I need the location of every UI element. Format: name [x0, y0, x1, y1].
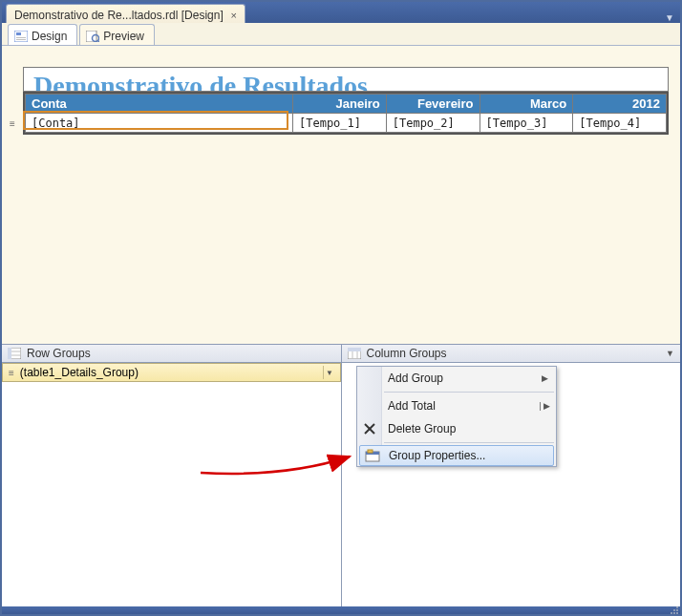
groups-panel-body: ≡ (table1_Details_Group) ▼: [2, 363, 680, 606]
menu-add-total[interactable]: Add Total | ▶: [357, 394, 556, 417]
document-tab[interactable]: Demonstrativo de Re...ltados.rdl [Design…: [6, 4, 245, 23]
table-row: [Conta] [Tempo_1] [Tempo_2] [Tempo_3] [T…: [26, 114, 667, 133]
tab-preview-label: Preview: [103, 30, 144, 43]
context-menu: Add Group ▶ Add Total | ▶ Delete Group G…: [356, 366, 557, 467]
design-surface[interactable]: Demonstrativo de Resultados Conta Janeir…: [2, 46, 680, 344]
groups-mode-dropdown[interactable]: ▼: [666, 349, 674, 358]
svg-rect-4: [86, 31, 96, 42]
details-group-icon: ≡: [9, 368, 14, 378]
column-groups-icon: [348, 348, 361, 359]
cell-tempo2[interactable]: [Tempo_2]: [386, 114, 480, 133]
svg-rect-12: [348, 348, 361, 351]
col-header-conta[interactable]: Conta: [26, 95, 293, 114]
row-group-item[interactable]: ≡ (table1_Details_Group) ▼: [2, 363, 341, 382]
cell-tempo4[interactable]: [Tempo_4]: [573, 114, 667, 133]
row-selector-handle[interactable]: ≡: [8, 115, 17, 132]
row-group-name: (table1_Details_Group): [20, 366, 317, 379]
view-tab-bar: Design Preview: [2, 23, 680, 46]
row-group-dropdown[interactable]: ▼: [323, 366, 336, 379]
menu-group-properties[interactable]: Group Properties...: [359, 445, 554, 466]
cell-conta[interactable]: [Conta]: [26, 114, 293, 133]
submenu-arrow-icon: ▶: [542, 373, 548, 383]
menu-add-group[interactable]: Add Group ▶: [357, 367, 556, 390]
tab-design[interactable]: Design: [8, 24, 77, 45]
row-groups-list: ≡ (table1_Details_Group) ▼: [2, 363, 341, 606]
col-header-year[interactable]: 2012: [573, 95, 667, 114]
window-footer: [2, 606, 680, 614]
groups-panel-header: Row Groups Column Groups ▼: [2, 344, 680, 363]
svg-line-6: [97, 40, 99, 42]
document-tab-label: Demonstrativo de Re...ltados.rdl [Design…: [14, 9, 224, 22]
report-title-textbox[interactable]: Demonstrativo de Resultados: [23, 67, 669, 92]
resize-grip[interactable]: [669, 605, 678, 614]
svg-rect-3: [16, 39, 26, 40]
tab-preview[interactable]: Preview: [79, 24, 155, 45]
svg-rect-19: [368, 450, 373, 453]
col-header-janeiro[interactable]: Janeiro: [293, 95, 387, 114]
col-header-fevereiro[interactable]: Fevereiro: [386, 95, 480, 114]
menu-separator: [384, 442, 554, 443]
row-groups-label: Row Groups: [27, 347, 91, 360]
row-groups-icon: [8, 348, 21, 359]
document-tab-bar: Demonstrativo de Re...ltados.rdl [Design…: [2, 2, 680, 23]
menu-delete-group-label: Delete Group: [388, 422, 456, 435]
table-header-row: Conta Janeiro Fevereiro Marco 2012: [26, 95, 667, 114]
svg-rect-1: [16, 32, 21, 35]
cell-tempo3[interactable]: [Tempo_3]: [480, 114, 573, 133]
tab-overflow-dropdown[interactable]: ▼: [665, 12, 674, 23]
design-icon: [14, 31, 28, 42]
svg-rect-2: [16, 37, 26, 38]
menu-group-properties-label: Group Properties...: [389, 449, 485, 462]
svg-rect-8: [8, 348, 11, 359]
properties-icon: [364, 447, 381, 464]
delete-icon: [361, 420, 378, 437]
menu-add-group-label: Add Group: [388, 372, 443, 385]
cell-tempo1[interactable]: [Tempo_1]: [293, 114, 387, 133]
column-groups-label: Column Groups: [367, 347, 447, 360]
menu-delete-group[interactable]: Delete Group: [357, 417, 556, 440]
row-groups-header: Row Groups: [2, 345, 341, 362]
report-title-text: Demonstrativo de Resultados: [33, 81, 368, 91]
svg-rect-0: [14, 31, 28, 42]
close-icon[interactable]: ×: [229, 11, 239, 20]
submenu-split-icon: | ▶: [539, 401, 550, 411]
column-groups-header: Column Groups ▼: [341, 345, 681, 362]
tablix[interactable]: Conta Janeiro Fevereiro Marco 2012 [Cont…: [23, 92, 669, 135]
col-header-marco[interactable]: Marco: [480, 95, 573, 114]
menu-add-total-label: Add Total: [388, 399, 436, 413]
menu-separator: [384, 392, 554, 393]
preview-icon: [86, 31, 99, 42]
tab-design-label: Design: [32, 30, 67, 43]
